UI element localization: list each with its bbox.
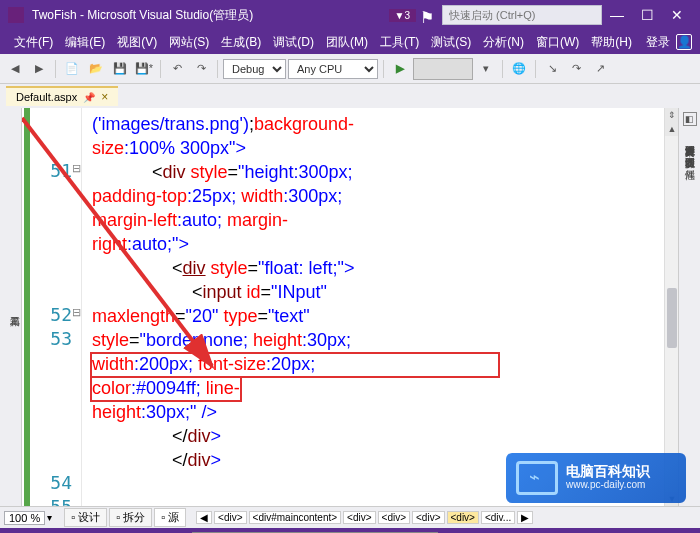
menu-bar: 文件(F) 编辑(E) 视图(V) 网站(S) 生成(B) 调试(D) 团队(M… [0,30,700,54]
main-toolbar: ◀ ▶ 📄 📂 💾 💾* ↶ ↷ Debug Any CPU ▶ ▾ 🌐 ↘ ↷… [0,54,700,84]
publish-button[interactable]: 🌐 [508,58,530,80]
menu-debug[interactable]: 调试(D) [267,32,320,53]
sign-in-button[interactable]: 登录 [640,32,676,53]
watermark-overlay: 电脑百科知识 www.pc-daily.com [506,453,686,503]
close-button[interactable]: ✕ [662,3,692,27]
menu-help[interactable]: 帮助(H) [585,32,638,53]
menu-website[interactable]: 网站(S) [163,32,215,53]
step-out-button[interactable]: ↗ [589,58,611,80]
debug-dropdown[interactable]: ▾ [475,58,497,80]
quick-launch-input[interactable] [442,5,602,25]
browser-select[interactable] [413,58,473,80]
platform-select[interactable]: Any CPU [288,59,378,79]
menu-edit[interactable]: 编辑(E) [59,32,111,53]
breadcrumb-prev[interactable]: ◀ [196,511,212,524]
scroll-up-button[interactable]: ▲ [665,122,678,136]
breadcrumb-item[interactable]: <div... [481,511,515,524]
watermark-url: www.pc-daily.com [566,478,650,492]
minimize-button[interactable]: — [602,3,632,27]
step-into-button[interactable]: ↘ [541,58,563,80]
breadcrumb-item[interactable]: <div> [412,511,444,524]
design-tab[interactable]: ▫ 设计 [64,508,107,527]
new-project-button[interactable]: 📄 [61,58,83,80]
title-bar: TwoFish - Microsoft Visual Studio(管理员) ▼… [0,0,700,30]
line-number: 55 [42,496,72,506]
window-title: TwoFish - Microsoft Visual Studio(管理员) [32,7,389,24]
line-number: 51 [42,160,72,181]
menu-window[interactable]: 窗口(W) [530,32,585,53]
annotation-box-2 [90,376,242,402]
profile-icon[interactable]: 👤 [676,34,692,50]
tab-default-aspx[interactable]: Default.aspx 📌 × [6,86,118,106]
monitor-icon [516,461,558,495]
code-editor[interactable]: 51 ⊟ 52 ⊟ 53 54 55 ('images/trans.png');… [22,108,678,506]
watermark-brand: 电脑百科知识 [566,464,650,478]
right-tool-well: ◧ 解决方案资源管理器 团队资源管理器 属性 [678,108,700,506]
tab-label: Default.aspx [16,91,77,103]
code-content: ('images/trans.png');background- size:10… [92,112,664,472]
line-number: 52 [42,304,72,325]
save-all-button[interactable]: 💾* [133,58,155,80]
fold-icon[interactable]: ⊟ [72,306,81,319]
nav-back-button[interactable]: ◀ [4,58,26,80]
redo-button[interactable]: ↷ [190,58,212,80]
fold-icon[interactable]: ⊟ [72,162,81,175]
breadcrumb-next[interactable]: ▶ [517,511,533,524]
maximize-button[interactable]: ☐ [632,3,662,27]
menu-tools[interactable]: 工具(T) [374,32,425,53]
notification-badge[interactable]: ▼3 [389,9,416,22]
start-debug-button[interactable]: ▶ [389,58,411,80]
configuration-select[interactable]: Debug [223,59,286,79]
breadcrumb-item[interactable]: <div> [343,511,375,524]
menu-team[interactable]: 团队(M) [320,32,374,53]
scroll-split-button[interactable]: ⇕ [665,108,678,122]
source-tab[interactable]: ▫ 源 [154,508,186,527]
zoom-dropdown[interactable]: ▾ [47,512,52,523]
zoom-select[interactable]: 100 % [4,511,45,525]
menu-test[interactable]: 测试(S) [425,32,477,53]
menu-analyze[interactable]: 分析(N) [477,32,530,53]
gutter: 51 ⊟ 52 ⊟ 53 54 55 [22,108,82,506]
annotation-box-1 [90,352,500,378]
status-bar: 就绪 行 54 列 22 字符 22 <div style="height:30… [0,528,700,533]
designer-bar: 100 % ▾ ▫ 设计 ▫ 拆分 ▫ 源 ◀ <div> <div#mainc… [0,506,700,528]
save-button[interactable]: 💾 [109,58,131,80]
document-tabs: Default.aspx 📌 × [0,84,700,108]
split-tab[interactable]: ▫ 拆分 [109,508,152,527]
vertical-scrollbar[interactable]: ⇕ ▲ ▼ [664,108,678,506]
breadcrumb-item[interactable]: <div> [447,511,479,524]
line-number: 54 [42,472,72,493]
step-over-button[interactable]: ↷ [565,58,587,80]
breadcrumb-item[interactable]: <div> [214,511,246,524]
breadcrumb-item[interactable]: <div#maincontent> [249,511,342,524]
expand-right-icon[interactable]: ◧ [683,112,697,126]
menu-build[interactable]: 生成(B) [215,32,267,53]
menu-file[interactable]: 文件(F) [8,32,59,53]
nav-fwd-button[interactable]: ▶ [28,58,50,80]
undo-button[interactable]: ↶ [166,58,188,80]
breadcrumb-item[interactable]: <div> [378,511,410,524]
feedback-icon[interactable]: ⚑ [420,8,434,22]
app-icon [8,7,24,23]
pin-icon[interactable]: 📌 [83,92,95,103]
open-button[interactable]: 📂 [85,58,107,80]
menu-view[interactable]: 视图(V) [111,32,163,53]
line-number: 53 [42,328,72,349]
tab-close-button[interactable]: × [101,90,108,104]
scroll-thumb[interactable] [667,288,677,348]
toolbox-pane[interactable]: 工具箱 [0,108,22,506]
